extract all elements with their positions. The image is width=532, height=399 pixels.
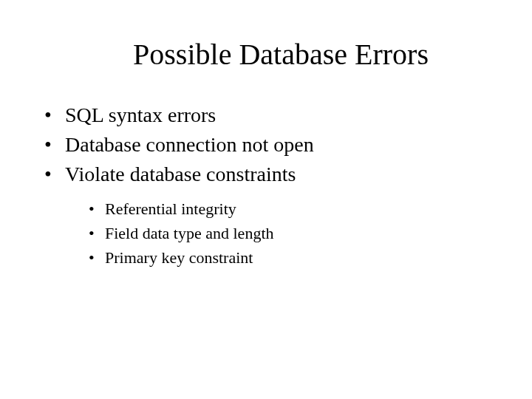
list-item: Violate database constraints: [44, 160, 488, 188]
list-item: SQL syntax errors: [44, 101, 488, 129]
slide-title: Possible Database Errors: [74, 37, 488, 72]
list-item: Primary key constraint: [89, 247, 488, 270]
list-item: Database connection not open: [44, 131, 488, 159]
sub-bullet-list: Referential integrity Field data type an…: [89, 198, 488, 269]
slide: Possible Database Errors SQL syntax erro…: [0, 0, 532, 399]
list-item: Referential integrity: [89, 198, 488, 221]
list-item: Field data type and length: [89, 222, 488, 245]
main-bullet-list: SQL syntax errors Database connection no…: [44, 101, 488, 188]
